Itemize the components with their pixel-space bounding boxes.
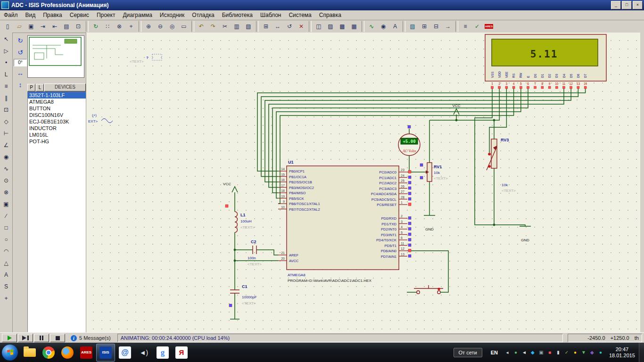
tray-display-icon[interactable]: ▣	[537, 349, 545, 356]
taskbar-volume-button[interactable]: ◄)	[135, 344, 153, 361]
taskbar-explorer-button[interactable]	[21, 344, 39, 361]
tray-volume-icon[interactable]: ◄	[520, 349, 528, 356]
separator[interactable]	[256, 21, 259, 32]
taskbar-google-button[interactable]: g	[154, 344, 172, 361]
text-script-icon[interactable]: ≡	[0, 81, 12, 92]
graph-mode-icon[interactable]: ∠	[0, 140, 12, 151]
component-mode-icon[interactable]: ▷	[0, 45, 12, 57]
message-count[interactable]: 5 Message(s)	[79, 335, 111, 341]
tray-clock-icon[interactable]: ●	[597, 349, 604, 356]
taskbar-isis-button[interactable]: ISIS	[96, 344, 115, 362]
menu-item[interactable]: Система	[285, 11, 315, 19]
minimize-button[interactable]: _	[611, 1, 621, 9]
voltage-probe-icon[interactable]: ⊙	[0, 175, 12, 186]
cut-icon[interactable]: ✂	[219, 21, 231, 32]
export-section-icon[interactable]: ⇤	[49, 21, 60, 32]
mark-output-area-icon[interactable]: ⊡	[73, 21, 84, 32]
path-2d-icon[interactable]: △	[0, 257, 12, 269]
block-delete-icon[interactable]: ✕	[296, 21, 307, 32]
menu-item[interactable]: Файл	[0, 11, 22, 19]
menu-item[interactable]: Отладка	[188, 11, 218, 19]
bill-of-materials-icon[interactable]: ≡	[460, 21, 471, 32]
lcd-display[interactable]: 5.11 VSS 1 VDD 2	[485, 34, 606, 89]
wire-label-icon[interactable]: L	[0, 69, 12, 80]
save-design-icon[interactable]: ▣	[25, 21, 37, 32]
maximize-button[interactable]: □	[622, 1, 632, 9]
marker-2d-icon[interactable]: +	[0, 293, 12, 304]
separator[interactable]	[86, 21, 89, 32]
undo-icon[interactable]: ↶	[196, 21, 207, 32]
refresh-icon[interactable]: ↻	[90, 21, 101, 32]
tray-security-icon[interactable]: ✓	[563, 349, 570, 356]
make-device-icon[interactable]: ▨	[325, 21, 336, 32]
device-list-item[interactable]: DISC100N16V	[28, 112, 86, 118]
inductor-l1[interactable]: L1 100uH <TEXT>	[235, 212, 255, 232]
taskbar-yandex-button[interactable]: Я	[173, 344, 190, 361]
menu-item[interactable]: Исходник	[156, 11, 188, 19]
separator[interactable]	[403, 21, 405, 32]
start-button[interactable]	[2, 345, 18, 361]
language-indicator[interactable]: EN	[491, 350, 498, 355]
tape-recorder-icon[interactable]: ◉	[0, 151, 12, 163]
device-list-item[interactable]: 3352T-1-103LF	[28, 92, 86, 99]
paste-icon[interactable]: ▧	[243, 21, 254, 32]
line-2d-icon[interactable]: ∕	[0, 210, 12, 222]
separator[interactable]	[362, 21, 364, 32]
current-probe-icon[interactable]: ⊗	[0, 187, 12, 198]
menu-item[interactable]: Сервис	[66, 11, 93, 19]
capacitor-c2[interactable]: C2 100n <TEXT>	[248, 239, 262, 266]
taskbar-firefox-button[interactable]	[58, 344, 76, 361]
library-manager-button[interactable]: L	[36, 84, 44, 91]
menu-item[interactable]: Библиотека	[218, 11, 256, 19]
separator[interactable]	[139, 21, 141, 32]
menu-item[interactable]: Вид	[22, 11, 40, 19]
taskbar-mail-button[interactable]: @	[116, 344, 134, 361]
menu-item[interactable]: Правка	[39, 11, 66, 19]
pick-devices-button[interactable]: P	[27, 84, 35, 91]
play-button[interactable]	[2, 334, 17, 342]
origin-icon[interactable]: ⊗	[114, 21, 125, 32]
separator[interactable]	[309, 21, 312, 32]
mcu-atmega8[interactable]: U1 14 PB0/ICP1 15 PB1/OC1A	[278, 160, 411, 283]
tray-update-icon[interactable]: ●	[512, 349, 520, 356]
device-list-item[interactable]: ECJ-0EB1E103K	[28, 118, 86, 125]
pause-button[interactable]	[34, 334, 49, 342]
property-assignment-icon[interactable]: A	[389, 21, 401, 32]
device-list-item[interactable]: BUTTON	[28, 105, 86, 112]
capacitor-c1[interactable]: C1 10000pF <TEXT>	[230, 284, 257, 305]
packaging-tool-icon[interactable]: ▩	[337, 21, 348, 32]
tray-app-icon[interactable]: ●	[571, 349, 579, 356]
generator-mode-icon[interactable]: ∿	[0, 163, 12, 174]
text-2d-icon[interactable]: A	[0, 269, 12, 280]
zoom-in-icon[interactable]: ⊕	[143, 21, 154, 32]
device-pin-icon[interactable]: ⊢	[0, 128, 12, 139]
new-design-icon[interactable]: ▯	[2, 21, 13, 32]
menu-item[interactable]: Справка	[315, 11, 345, 19]
block-move-icon[interactable]: ↔	[272, 21, 283, 32]
copy-icon[interactable]: ▥	[231, 21, 242, 32]
E[interactable]: E 6	[527, 75, 530, 89]
device-list-item[interactable]: INDUCTOR	[28, 125, 86, 132]
overview-minimap[interactable]	[27, 35, 84, 78]
electrical-check-icon[interactable]: ✓	[471, 21, 483, 32]
search-tag-icon[interactable]: ◉	[378, 21, 389, 32]
push-button[interactable]	[414, 285, 443, 294]
box-2d-icon[interactable]: □	[0, 222, 12, 233]
device-list-item[interactable]: POT-HG	[28, 138, 86, 145]
open-design-icon[interactable]: ▱	[14, 21, 25, 32]
arc-2d-icon[interactable]: ◠	[0, 246, 12, 257]
rotate-ccw-icon[interactable]: ↺	[15, 47, 26, 58]
zoom-out-icon[interactable]: ⊖	[155, 21, 166, 32]
wire-autorouter-icon[interactable]: ∿	[366, 21, 377, 32]
show-desktop-button[interactable]	[639, 343, 644, 362]
trimmer-rv3[interactable]: RV3 10k <TEXT>	[487, 138, 516, 193]
rotate-cw-icon[interactable]: ↻	[15, 35, 26, 46]
tray-network-icon[interactable]: ▮	[554, 349, 562, 356]
stop-button[interactable]	[50, 334, 65, 342]
design-explorer-icon[interactable]: ▧	[407, 21, 418, 32]
taskbar-ares-button[interactable]: ARES	[77, 344, 95, 361]
zoom-area-icon[interactable]: ▭	[178, 21, 190, 32]
block-rotate-icon[interactable]: ↺	[284, 21, 295, 32]
subcircuit-icon[interactable]: ⊡	[0, 104, 12, 115]
separator[interactable]	[455, 21, 458, 32]
